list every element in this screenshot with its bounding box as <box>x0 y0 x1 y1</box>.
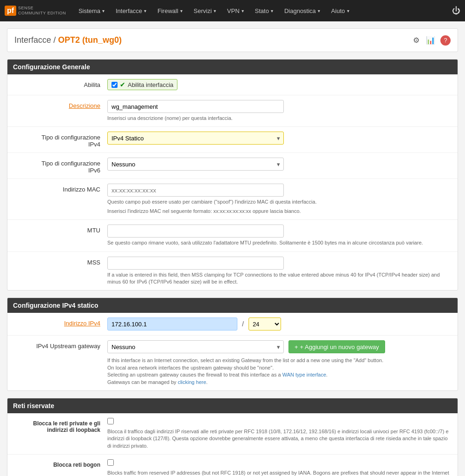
label-indirizzo-ipv4[interactable]: Indirizzo IPv4 <box>14 317 107 327</box>
nav-firewall[interactable]: Firewall▾ <box>152 0 188 21</box>
mtu-help: Se questo campo rimane vuoto, sarà utili… <box>107 239 451 246</box>
wan-type-link[interactable]: WAN type interface <box>282 372 326 377</box>
mac-help-2: Inserisci l'indirizzo MAC nel seguente f… <box>107 208 451 215</box>
label-mss: MSS <box>14 257 107 266</box>
tipo-ipv6-wrapper: Nessuno DHCPv6 SLAAC IPv6 Statico <box>107 158 284 171</box>
tipo-ipv6-select[interactable]: Nessuno DHCPv6 SLAAC IPv6 Statico <box>107 158 284 171</box>
breadcrumb: Interfacce / OPT2 (tun_wg0) <box>14 35 122 45</box>
gateway-help-3-pre: Selecting an upstream gateway causes the… <box>107 372 282 377</box>
tipo-ipv4-select[interactable]: Nessuno IPv4 Statico DHCP PPPoE <box>107 132 284 145</box>
settings-icon-btn[interactable]: ⚙ <box>412 34 421 46</box>
tipo-ipv4-wrapper: Nessuno IPv4 Statico DHCP PPPoE <box>107 132 284 145</box>
nav-servizi[interactable]: Servizi▾ <box>188 0 222 21</box>
mss-help: If a value is entered in this field, the… <box>107 271 451 286</box>
clicking-here-link[interactable]: clicking here <box>178 379 206 385</box>
gateway-help-4-pre: Gateways can be managed by <box>107 379 178 385</box>
section-ipv4: Configurazione IPv4 statico Indirizzo IP… <box>7 298 458 391</box>
breadcrumb-separator: / <box>53 35 58 45</box>
gateway-select[interactable]: Nessuno <box>107 340 284 353</box>
row-tipo-ipv4: Tipo di configurazione IPv4 Nessuno IPv4… <box>7 127 458 153</box>
label-blocca-bogon: Blocca reti bogon <box>14 459 107 468</box>
chart-icon-btn[interactable]: 📊 <box>425 34 437 46</box>
mss-input[interactable] <box>107 257 284 270</box>
cidr-select[interactable]: 8 16 24 32 <box>249 317 281 331</box>
section-generale: Configurazione Generale Abilita ✔ Abilit… <box>7 59 458 291</box>
nav-sistema[interactable]: Sistema▾ <box>73 0 110 21</box>
row-mac: Indirizzo MAC Questo campo può essere us… <box>7 179 458 220</box>
help-icon-btn[interactable]: ? <box>440 35 451 46</box>
section-ipv4-header: Configurazione IPv4 statico <box>7 298 458 313</box>
row-blocca-bogon: Blocca reti bogon Blocks traffic from re… <box>7 455 458 476</box>
add-gateway-button[interactable]: + + Aggiungi un nuovo gateway <box>288 340 385 353</box>
label-abilita: Abilita <box>14 79 107 88</box>
ipv4-address-input[interactable] <box>107 317 237 331</box>
section-reti-header: Reti riservate <box>7 398 458 413</box>
blocca-bogon-checkbox[interactable] <box>107 459 114 466</box>
label-mtu: MTU <box>14 225 107 234</box>
label-descrizione[interactable]: Descrizione <box>14 100 107 109</box>
cidr-slash: / <box>242 320 244 328</box>
descrizione-input[interactable] <box>107 100 284 113</box>
breadcrumb-actions: ⚙ 📊 ? <box>412 34 451 46</box>
nav-interfacce[interactable]: Interfacce▾ <box>110 0 152 21</box>
breadcrumb-current: OPT2 (tun_wg0) <box>58 35 122 45</box>
logout-icon[interactable]: ⏻ <box>452 6 460 16</box>
label-mac: Indirizzo MAC <box>14 184 107 193</box>
row-blocca-private: Blocca le reti private e gli indirizzi d… <box>7 413 458 455</box>
main-nav: Sistema▾ Interfacce▾ Firewall▾ Servizi▾ … <box>73 0 452 21</box>
blocca-private-help: Blocca il traffico dagli indirizzi IP ri… <box>107 428 451 450</box>
label-gateway: IPv4 Upstream gateway <box>14 340 107 350</box>
descrizione-help: Inserisci una descrizione (nome) per que… <box>107 115 451 122</box>
abilita-checkbox[interactable] <box>111 82 118 88</box>
mac-help-1: Questo campo può essere usato per cambia… <box>107 198 451 205</box>
row-abilita: Abilita ✔ Abilita interfaccia <box>7 74 458 95</box>
bogon-help-1: Blocks traffic from reserved IP addresse… <box>107 470 449 476</box>
mac-input[interactable] <box>107 184 284 197</box>
label-blocca-private: Blocca le reti private e gli indirizzi d… <box>14 418 107 433</box>
row-indirizzo-ipv4: Indirizzo IPv4 / 8 16 24 32 <box>7 313 458 336</box>
nav-stato[interactable]: Stato▾ <box>249 0 279 21</box>
brand-name: sense <box>18 6 66 11</box>
gateway-help-1: If this interface is an Internet connect… <box>107 357 383 363</box>
abilita-checkbox-label[interactable]: ✔ Abilita interfaccia <box>107 79 177 90</box>
nav-aiuto[interactable]: Aiuto▾ <box>326 0 355 21</box>
check-icon: ✔ <box>120 81 125 88</box>
breadcrumb-bar: Interfacce / OPT2 (tun_wg0) ⚙ 📊 ? <box>7 28 458 52</box>
gateway-select-wrapper: Nessuno <box>107 340 284 353</box>
logo-pf: pf <box>5 6 16 16</box>
row-gateway: IPv4 Upstream gateway Nessuno + + Aggiun… <box>7 336 458 390</box>
section-generale-header: Configurazione Generale <box>7 60 458 74</box>
plus-icon: + <box>295 344 298 350</box>
blocca-private-checkbox[interactable] <box>107 418 114 424</box>
breadcrumb-parent: Interfacce <box>14 35 51 45</box>
nav-vpn[interactable]: VPN▾ <box>222 0 249 21</box>
mtu-input[interactable] <box>107 225 284 238</box>
label-tipo-ipv4: Tipo di configurazione IPv4 <box>14 132 107 148</box>
nav-diagnostica[interactable]: Diagnostica▾ <box>279 0 326 21</box>
row-mss: MSS If a value is entered in this field,… <box>7 252 458 291</box>
gateway-help-2: On local area network interfaces the ups… <box>107 365 274 370</box>
row-tipo-ipv6: Tipo di configurazione IPv6 Nessuno DHCP… <box>7 153 458 179</box>
label-tipo-ipv6: Tipo di configurazione IPv6 <box>14 158 107 174</box>
abilita-badge-text: Abilita interfaccia <box>128 81 173 88</box>
brand-edition: COMMUNITY EDITION <box>18 11 66 16</box>
section-reti: Reti riservate Blocca le reti private e … <box>7 398 458 476</box>
row-descrizione: Descrizione Inserisci una descrizione (n… <box>7 95 458 127</box>
brand-logo[interactable]: pf sense COMMUNITY EDITION <box>5 6 66 16</box>
row-mtu: MTU Se questo campo rimane vuoto, sarà u… <box>7 220 458 251</box>
